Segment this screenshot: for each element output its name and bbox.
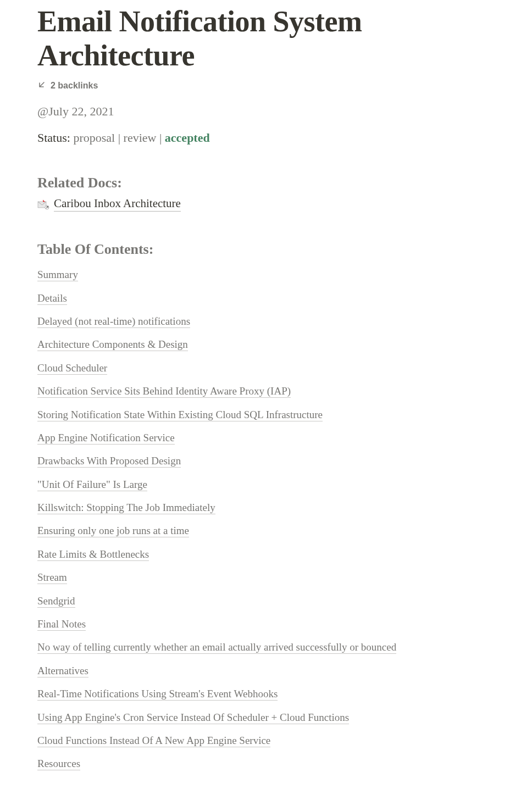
backlinks-arrow-icon bbox=[37, 80, 46, 91]
toc-link[interactable]: Summary bbox=[37, 269, 78, 281]
toc-item: Delayed (not real-time) notifications bbox=[37, 310, 495, 333]
toc-item: Alternatives bbox=[37, 659, 495, 682]
toc-heading: Table Of Contents: bbox=[37, 241, 495, 258]
toc-item: Drawbacks With Proposed Design bbox=[37, 449, 495, 473]
status-accepted: accepted bbox=[165, 131, 210, 145]
toc-link[interactable]: Stream bbox=[37, 571, 67, 584]
toc-link[interactable]: Killswitch: Stopping The Job Immediately bbox=[37, 502, 215, 514]
toc-link[interactable]: Cloud Functions Instead Of A New App Eng… bbox=[37, 735, 270, 747]
related-doc-label[interactable]: Caribou Inbox Architecture bbox=[54, 197, 181, 212]
toc-link[interactable]: Architecture Components & Design bbox=[37, 338, 188, 351]
toc-item: Sendgrid bbox=[37, 590, 495, 613]
status-label: Status: bbox=[37, 131, 73, 145]
toc-item: Using App Engine's Cron Service Instead … bbox=[37, 706, 495, 729]
toc-item: Resources bbox=[37, 752, 495, 775]
toc-link[interactable]: Real-Time Notifications Using Stream's E… bbox=[37, 688, 278, 701]
toc-link[interactable]: No way of telling currently whether an e… bbox=[37, 641, 396, 654]
toc-item: Architecture Components & Design bbox=[37, 333, 495, 356]
toc-item: Real-Time Notifications Using Stream's E… bbox=[37, 682, 495, 706]
toc-item: Final Notes bbox=[37, 613, 495, 636]
status-line: Status: proposal | review | accepted bbox=[37, 131, 495, 145]
backlinks-label: 2 backlinks bbox=[51, 81, 98, 91]
table-of-contents: SummaryDetailsDelayed (not real-time) no… bbox=[37, 263, 495, 776]
mail-outgoing-icon bbox=[37, 198, 49, 210]
toc-item: Killswitch: Stopping The Job Immediately bbox=[37, 496, 495, 519]
toc-item: Summary bbox=[37, 263, 495, 286]
toc-item: Cloud Scheduler bbox=[37, 357, 495, 380]
related-docs-heading: Related Docs: bbox=[37, 175, 495, 191]
date-value: July 22, 2021 bbox=[48, 104, 114, 118]
toc-item: "Unit Of Failure" Is Large bbox=[37, 473, 495, 496]
toc-item: App Engine Notification Service bbox=[37, 426, 495, 449]
toc-link[interactable]: Using App Engine's Cron Service Instead … bbox=[37, 712, 349, 724]
toc-link[interactable]: Final Notes bbox=[37, 618, 86, 631]
toc-link[interactable]: App Engine Notification Service bbox=[37, 432, 175, 445]
toc-item: No way of telling currently whether an e… bbox=[37, 636, 495, 659]
toc-link[interactable]: Storing Notification State Within Existi… bbox=[37, 409, 323, 421]
toc-link[interactable]: Ensuring only one job runs at a time bbox=[37, 525, 189, 537]
toc-item: Rate Limits & Bottlenecks bbox=[37, 543, 495, 566]
toc-link[interactable]: Alternatives bbox=[37, 665, 88, 677]
date-at-sign: @ bbox=[37, 104, 48, 118]
backlinks-button[interactable]: 2 backlinks bbox=[37, 80, 98, 91]
toc-item: Storing Notification State Within Existi… bbox=[37, 403, 495, 426]
toc-link[interactable]: "Unit Of Failure" Is Large bbox=[37, 479, 147, 491]
toc-link[interactable]: Delayed (not real-time) notifications bbox=[37, 315, 190, 328]
toc-link[interactable]: Drawbacks With Proposed Design bbox=[37, 455, 181, 468]
toc-link[interactable]: Cloud Scheduler bbox=[37, 362, 107, 375]
document-date: @July 22, 2021 bbox=[37, 104, 495, 119]
toc-item: Cloud Functions Instead Of A New App Eng… bbox=[37, 729, 495, 752]
toc-link[interactable]: Rate Limits & Bottlenecks bbox=[37, 548, 149, 561]
status-options: proposal | review | bbox=[73, 131, 164, 145]
toc-item: Notification Service Sits Behind Identit… bbox=[37, 380, 495, 403]
page-title: Email Notification System Architecture bbox=[37, 0, 495, 73]
toc-link[interactable]: Notification Service Sits Behind Identit… bbox=[37, 385, 291, 398]
toc-link[interactable]: Resources bbox=[37, 758, 80, 770]
toc-link[interactable]: Sendgrid bbox=[37, 595, 75, 608]
toc-item: Stream bbox=[37, 566, 495, 589]
toc-link[interactable]: Details bbox=[37, 292, 67, 305]
toc-item: Details bbox=[37, 287, 495, 310]
related-doc-link[interactable]: Caribou Inbox Architecture bbox=[37, 197, 181, 212]
toc-item: Ensuring only one job runs at a time bbox=[37, 519, 495, 542]
